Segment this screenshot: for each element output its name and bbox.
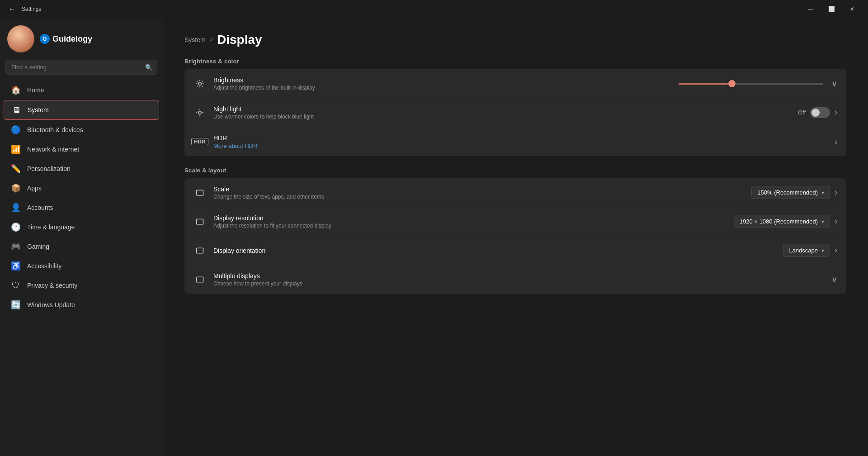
slider-track [679, 83, 823, 85]
titlebar: ← Settings — ⬜ ✕ [0, 0, 868, 18]
night-light-toggle[interactable] [810, 107, 830, 118]
night-light-icon [193, 106, 206, 119]
display-resolution-dropdown-arrow: ▾ [821, 218, 824, 225]
nav-label-privacy: Privacy & security [27, 282, 77, 289]
time-icon: 🕐 [11, 222, 21, 232]
hdr-text: HDR More about HDR [213, 134, 827, 149]
personalization-icon: ✏️ [11, 164, 21, 174]
toggle-label: Off [798, 109, 806, 116]
update-icon: 🔄 [11, 300, 21, 310]
avatar [7, 25, 34, 52]
display-resolution-icon [193, 215, 206, 228]
svg-line-7 [197, 86, 198, 86]
system-icon: 🖥 [11, 105, 21, 115]
svg-rect-16 [197, 248, 203, 253]
minimize-button[interactable]: — [800, 2, 821, 16]
app-title: Settings [22, 6, 800, 12]
settings-row-scale[interactable]: Scale Change the size of text, apps, and… [184, 178, 846, 207]
night-light-desc: Use warmer colors to help block blue lig… [213, 114, 791, 120]
breadcrumb: System > Display [184, 33, 846, 47]
sidebar-item-accounts[interactable]: 👤 Accounts [4, 198, 159, 217]
main-content: System > Display Brightness & color Brig… [163, 18, 868, 456]
brightness-expand-icon: ∨ [831, 79, 837, 89]
nav-label-accounts: Accounts [27, 204, 53, 211]
scale-control: 150% (Recommended) ▾ › [751, 186, 837, 199]
sidebar-profile: G Guidelogy [0, 18, 163, 58]
display-orientation-label: Display orientation [213, 247, 776, 254]
settings-sections: Brightness & color Brightness Adjust the… [184, 58, 846, 294]
sidebar-item-privacy[interactable]: 🛡 Privacy & security [4, 276, 159, 295]
nav-label-home: Home [27, 86, 44, 94]
scale-icon [193, 186, 206, 199]
back-button[interactable]: ← [5, 3, 18, 15]
display-resolution-desc: Adjust the resolution to fit your connec… [213, 223, 726, 229]
apps-icon: 📦 [11, 183, 21, 193]
sidebar-item-personalization[interactable]: ✏️ Personalization [4, 159, 159, 178]
night-light-chevron: › [835, 108, 837, 117]
settings-row-display-orientation[interactable]: Display orientation Landscape ▾ › [184, 236, 846, 265]
brightness-icon [193, 77, 206, 90]
svg-rect-17 [197, 277, 203, 282]
display-resolution-dropdown[interactable]: 1920 × 1080 (Recommended) ▾ [734, 215, 830, 228]
nav-label-personalization: Personalization [27, 165, 71, 172]
settings-row-display-resolution[interactable]: Display resolution Adjust the resolution… [184, 207, 846, 236]
network-icon: 📶 [11, 144, 21, 154]
nav-label-apps: Apps [27, 185, 42, 192]
hdr-icon: HDR [193, 135, 206, 148]
svg-point-0 [198, 82, 202, 85]
hdr-label: HDR [213, 134, 827, 142]
gaming-icon: 🎮 [11, 242, 21, 252]
sidebar-item-time[interactable]: 🕐 Time & language [4, 218, 159, 237]
svg-rect-14 [197, 190, 203, 195]
slider-thumb[interactable] [728, 80, 736, 87]
sidebar-item-network[interactable]: 📶 Network & internet [4, 140, 159, 159]
sidebar-item-accessibility[interactable]: ♿ Accessibility [4, 256, 159, 276]
search-input[interactable] [5, 60, 157, 75]
settings-row-hdr[interactable]: HDR HDR More about HDR › [184, 127, 846, 156]
sidebar-item-home[interactable]: 🏠 Home [4, 81, 159, 100]
page-title: Display [217, 33, 262, 47]
brand-icon: G [40, 34, 50, 44]
hdr-link[interactable]: More about HDR [213, 142, 827, 149]
close-button[interactable]: ✕ [842, 2, 863, 16]
section-title-brightness-color: Brightness & color [184, 58, 846, 65]
display-resolution-label: Display resolution [213, 214, 726, 222]
sidebar: G Guidelogy 🔍 🏠 Home 🖥 System 🔵 Bluetoot… [0, 18, 163, 456]
sidebar-item-gaming[interactable]: 🎮 Gaming [4, 237, 159, 256]
brightness-text: Brightness Adjust the brightness of the … [213, 76, 671, 91]
accessibility-icon: ♿ [11, 261, 21, 271]
svg-line-6 [202, 86, 203, 86]
svg-rect-15 [197, 219, 203, 224]
scale-dropdown[interactable]: 150% (Recommended) ▾ [751, 186, 830, 199]
settings-row-multiple-displays[interactable]: Multiple displays Choose how to present … [184, 265, 846, 294]
svg-point-9 [198, 111, 202, 114]
sidebar-item-apps[interactable]: 📦 Apps [4, 179, 159, 198]
scale-text: Scale Change the size of text, apps, and… [213, 185, 744, 200]
sidebar-item-system[interactable]: 🖥 System [4, 100, 159, 120]
accounts-icon: 👤 [11, 203, 21, 213]
display-orientation-text: Display orientation [213, 247, 776, 254]
display-resolution-text: Display resolution Adjust the resolution… [213, 214, 726, 229]
display-orientation-dropdown-value: Landscape [789, 247, 818, 254]
settings-row-night-light[interactable]: Night light Use warmer colors to help bl… [184, 98, 846, 127]
maximize-button[interactable]: ⬜ [821, 2, 842, 16]
svg-line-5 [197, 81, 198, 81]
sidebar-item-update[interactable]: 🔄 Windows Update [4, 295, 159, 314]
bluetooth-icon: 🔵 [11, 125, 21, 135]
scale-desc: Change the size of text, apps, and other… [213, 194, 744, 200]
display-orientation-dropdown[interactable]: Landscape ▾ [783, 244, 830, 257]
breadcrumb-parent: System [184, 36, 206, 43]
nav-list: 🏠 Home 🖥 System 🔵 Bluetooth & devices 📶 … [0, 80, 163, 315]
sidebar-item-bluetooth[interactable]: 🔵 Bluetooth & devices [4, 120, 159, 139]
svg-line-8 [202, 81, 203, 81]
nav-label-accessibility: Accessibility [27, 262, 61, 270]
multiple-displays-control: ∨ [831, 275, 837, 285]
nav-label-bluetooth: Bluetooth & devices [27, 126, 83, 133]
back-icon: ← [9, 5, 15, 13]
brightness-slider[interactable] [679, 79, 823, 88]
brightness-desc: Adjust the brightness of the built-in di… [213, 85, 671, 91]
settings-row-brightness[interactable]: Brightness Adjust the brightness of the … [184, 69, 846, 98]
settings-card-brightness-color: Brightness Adjust the brightness of the … [184, 69, 846, 156]
display-orientation-icon [193, 244, 206, 257]
multiple-displays-chevron: ∨ [831, 275, 837, 285]
